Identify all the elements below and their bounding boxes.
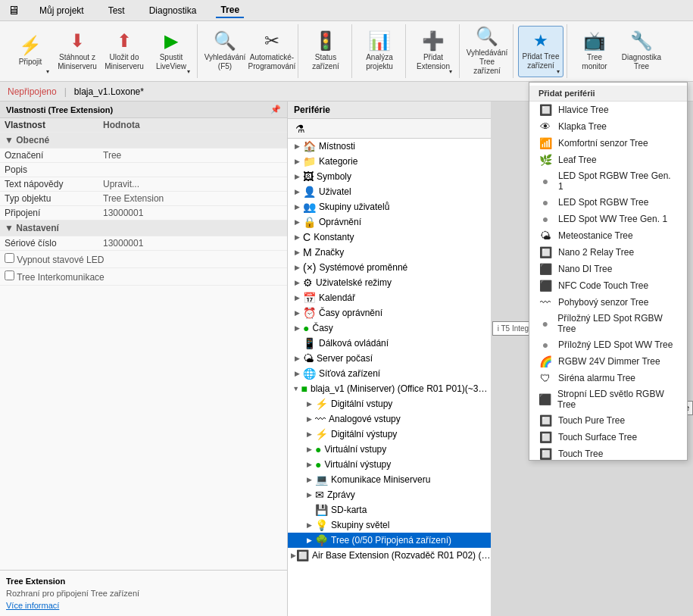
expand-virt-vystupy[interactable]: ▶ xyxy=(303,461,315,468)
expand-casy-opravneni[interactable]: ▶ xyxy=(291,309,303,317)
ulozit-button[interactable]: ⬆ Uložit doMiniserveru xyxy=(101,26,147,77)
tree-item-mistnosti[interactable]: ▶ 🏠 Místnosti xyxy=(288,139,491,154)
expand-pocasi[interactable]: ▶ xyxy=(291,355,303,362)
tree-item-uzivatelske-rezimy[interactable]: ▶ ⚙ Uživatelské režimy xyxy=(288,275,491,290)
menu-item-diagnostika[interactable]: Diagnostika xyxy=(145,4,201,17)
tree-search-button[interactable]: 🔍 VyhledáváníTree zařízení xyxy=(464,26,510,77)
spustit-button[interactable]: ▶ SpustitLiveView xyxy=(148,26,194,77)
tree-item-systemove-promenne[interactable]: ▶ (×) Systémové proměnné xyxy=(288,260,491,275)
tree-item-miniserver[interactable]: ▼ ■ blaja_v1 (Miniserver) (Office R01 P0… xyxy=(288,381,491,396)
expand-komunikace[interactable]: ▶ xyxy=(303,476,315,483)
pridat-extension-button[interactable]: ➕ PřidatExtension xyxy=(410,26,456,77)
tree-item-komunikace[interactable]: ▶ 💻 Komunikace Miniserveru xyxy=(288,472,491,487)
dropdown-item-komfortni[interactable]: 📶 Komfortní senzor Tree xyxy=(529,135,687,152)
dropdown-item-klapka[interactable]: 👁 Klapka Tree xyxy=(529,118,687,135)
dropdown-item-sirena[interactable]: 🛡 Siréna alarmu Tree xyxy=(529,370,687,386)
expand-tree[interactable]: ▶ xyxy=(303,536,315,544)
menu-item-tree[interactable]: Tree xyxy=(216,3,244,18)
automaticke-button[interactable]: ✂ Automatické-Programování xyxy=(249,26,295,77)
tree-item-kalendar[interactable]: ▶ 📅 Kalendář xyxy=(288,290,491,305)
checkbox-interkomunikace-input[interactable] xyxy=(5,270,14,280)
dropdown-item-led-rgbw-gen1[interactable]: ● LED Spot RGBW Tree Gen. 1 xyxy=(529,168,687,194)
tree-item-casy[interactable]: ▶ ● Časy xyxy=(288,321,491,336)
expand-air-base[interactable]: ▶ xyxy=(291,552,296,559)
tree-item-uzivatel[interactable]: ▶ 👤 Uživatel xyxy=(288,184,491,199)
expand-kategorie[interactable]: ▶ xyxy=(291,158,303,165)
tree-item-symboly[interactable]: ▶ 🖼 Symboly xyxy=(288,169,491,184)
expand-opravneni[interactable]: ▶ xyxy=(291,218,303,226)
dropdown-item-leaf[interactable]: 🌿 Leaf Tree xyxy=(529,152,687,168)
dropdown-item-touch-pure[interactable]: 🔲 Touch Pure Tree xyxy=(529,412,687,429)
tree-item-skupiny-svet[interactable]: ▶ 💡 Skupiny světel xyxy=(288,518,491,533)
tree-item-zpravy[interactable]: ▶ ✉ Zprávy xyxy=(288,487,491,502)
dropdown-item-nano-di[interactable]: ⬛ Nano DI Tree xyxy=(529,261,687,277)
value-text-napovedy[interactable]: Upravit... xyxy=(98,177,287,192)
dropdown-item-touch-tree[interactable]: 🔲 Touch Tree xyxy=(529,446,687,461)
expand-sitova[interactable]: ▶ xyxy=(291,370,303,377)
dropdown-item-touch-surface[interactable]: 🔲 Touch Surface Tree xyxy=(529,429,687,446)
tree-item-znacky[interactable]: ▶ M Značky xyxy=(288,245,491,260)
tree-item-digitalni-vstupy[interactable]: ▶ ⚡ Digitální vstupy xyxy=(288,396,491,411)
dropdown-item-stropni[interactable]: ⬛ Stropní LED světlo RGBW Tree xyxy=(529,386,687,412)
pin-icon[interactable]: 📌 xyxy=(270,105,281,114)
expand-znacky[interactable]: ▶ xyxy=(291,249,303,256)
stahnout-button[interactable]: ⬇ Stáhnout zMiniserveru xyxy=(55,26,100,77)
section-expand-nastaveni[interactable]: ▼ xyxy=(5,223,16,233)
expand-konstanty[interactable]: ▶ xyxy=(291,233,303,241)
pripojit-button[interactable]: ⚡ Připojit xyxy=(8,26,53,77)
tree-item-air-base[interactable]: ▶ 🔲 Air Base Extension (Rozvaděč R01 P02… xyxy=(288,548,491,563)
analyza-button[interactable]: 📊 Analýzaprojektu xyxy=(357,26,402,77)
value-popis[interactable] xyxy=(98,163,287,177)
pridat-tree-button[interactable]: ★ Přidat Treezařízení xyxy=(518,26,563,77)
expand-virt-vstupy[interactable]: ▶ xyxy=(303,446,315,453)
expand-kalendar[interactable]: ▶ xyxy=(291,294,303,302)
tree-item-casy-opravneni[interactable]: ▶ ⏰ Časy oprávnění xyxy=(288,305,491,321)
tree-item-analogove-vstupy[interactable]: ▶ 〰 Analogové vstupy xyxy=(288,411,491,427)
expand-symboly[interactable]: ▶ xyxy=(291,173,303,180)
tree-item-dalkova[interactable]: ▶ 📱 Dálková ovládání xyxy=(288,336,491,351)
expand-casy[interactable]: ▶ xyxy=(291,324,303,332)
dropdown-item-hlavice[interactable]: 🔲 Hlavice Tree xyxy=(529,102,687,118)
expand-anal-vstupy[interactable]: ▶ xyxy=(303,415,315,423)
expand-systemove[interactable]: ▶ xyxy=(291,264,303,271)
tree-item-virtualni-vstupy[interactable]: ▶ ● Virtuální vstupy xyxy=(288,442,491,457)
tree-item-tree[interactable]: ▶ 🌳 Tree (0/50 Připojená zařízení) xyxy=(288,533,491,548)
checkbox-led-input[interactable] xyxy=(5,253,14,263)
dropdown-item-meteostanice[interactable]: 🌤 Meteostanice Tree xyxy=(529,227,687,244)
tree-item-opravneni[interactable]: ▶ 🔒 Oprávnění xyxy=(288,214,491,230)
dropdown-item-led-rgbw[interactable]: ● LED Spot RGBW Tree xyxy=(529,194,687,211)
menu-item-test[interactable]: Test xyxy=(104,4,130,17)
menu-item-project[interactable]: Můj projekt xyxy=(35,4,89,17)
tree-item-kategorie[interactable]: ▶ 📁 Kategorie xyxy=(288,154,491,169)
vyhledavani-button[interactable]: 🔍 Vyhledávání(F5) xyxy=(202,26,248,77)
dropdown-item-nano-relay[interactable]: 🔲 Nano 2 Relay Tree xyxy=(529,244,687,261)
tree-item-sitova[interactable]: ▶ 🌐 Síťová zařízení xyxy=(288,366,491,381)
dropdown-item-nfc[interactable]: ⬛ NFC Code Touch Tree xyxy=(529,277,687,294)
expand-miniserver[interactable]: ▼ xyxy=(291,385,301,392)
tree-item-konstanty[interactable]: ▶ C Konstanty xyxy=(288,230,491,245)
dropdown-item-rgbw24v[interactable]: 🌈 RGBW 24V Dimmer Tree xyxy=(529,353,687,370)
expand-dig-vstupy[interactable]: ▶ xyxy=(303,400,315,408)
dropdown-item-prilozny-ww[interactable]: ● Příložný LED Spot WW Tree xyxy=(529,336,687,353)
tree-item-skupiny-uzivatelu[interactable]: ▶ 👥 Skupiny uživatelů xyxy=(288,199,491,214)
value-oznaceni[interactable]: Tree xyxy=(98,149,287,163)
expand-skupiny-uzivatelu[interactable]: ▶ xyxy=(291,203,303,211)
diagnostika-tree-button[interactable]: 🔧 DiagnostikaTree xyxy=(619,26,664,77)
status-button[interactable]: 🚦 Statuszařízení xyxy=(303,26,348,77)
section-expand-obecne[interactable]: ▼ xyxy=(5,135,16,145)
expand-zpravy[interactable]: ▶ xyxy=(303,491,315,499)
expand-mistnosti[interactable]: ▶ xyxy=(291,142,303,150)
dropdown-item-prilozny-rgbw[interactable]: ● Příložný LED Spot RGBW Tree xyxy=(529,311,687,336)
dropdown-item-led-ww-gen1[interactable]: ● LED Spot WW Tree Gen. 1 xyxy=(529,211,687,227)
tree-item-virtualni-vystupy[interactable]: ▶ ● Virtuální výstupy xyxy=(288,457,491,472)
expand-dig-vystupy[interactable]: ▶ xyxy=(303,430,315,438)
tree-item-pocasi[interactable]: ▶ 🌤 Server počasí xyxy=(288,351,491,366)
expand-uzivatel[interactable]: ▶ xyxy=(291,188,303,195)
filter-icon[interactable]: ⚗ xyxy=(291,123,310,135)
tree-item-digitalni-vystupy[interactable]: ▶ ⚡ Digitální výstupy xyxy=(288,427,491,442)
expand-uzivatelske[interactable]: ▶ xyxy=(291,279,303,286)
dropdown-item-pohybovy[interactable]: 〰 Pohybový senzor Tree xyxy=(529,294,687,311)
expand-skupiny-svet[interactable]: ▶ xyxy=(303,521,315,529)
more-info-link[interactable]: Více informací xyxy=(6,601,281,610)
tree-item-sd-karta[interactable]: ▶ 💾 SD-karta xyxy=(288,502,491,518)
